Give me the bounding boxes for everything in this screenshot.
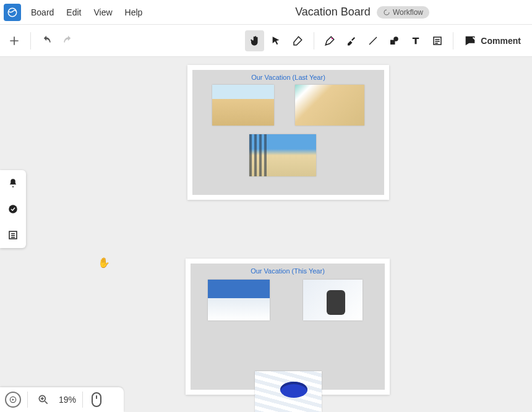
hand-cursor-icon: ✋ [98,257,110,268]
image-shoreline[interactable] [295,85,364,126]
text-tool[interactable] [406,30,426,51]
workflow-label: Workflow [393,8,423,17]
text-icon [410,35,421,46]
menu-help[interactable]: Help [119,7,149,17]
app-logo[interactable] [4,4,21,21]
zoom-in-button[interactable] [34,390,53,409]
frame-this-year[interactable]: Our Vacation (This Year) [186,259,390,395]
list-icon [7,230,19,241]
toolbar-separator [30,32,31,49]
frame-title: Our Vacation (This Year) [191,267,385,275]
menu-board[interactable]: Board [25,7,60,17]
eraser-icon [292,35,303,46]
menu-edit[interactable]: Edit [60,7,87,17]
redo-icon [62,35,74,47]
undo-icon [40,35,53,47]
compass-icon [9,395,17,404]
statusbar-separator [82,392,83,408]
menu-view[interactable]: View [87,7,118,17]
minimap-button[interactable] [5,392,21,408]
svg-point-5 [9,205,17,213]
shape-icon [388,35,400,46]
pen-icon [324,35,335,46]
workflow-icon [383,9,390,16]
tasks-tab[interactable] [5,201,21,217]
select-tool[interactable] [267,30,286,51]
redo-button[interactable] [59,30,78,51]
image-snowboarder[interactable] [303,280,363,320]
pointer-icon [271,36,281,46]
check-circle-icon [7,204,19,215]
scroll-mode-button[interactable] [92,392,101,407]
note-tool[interactable] [428,30,447,51]
side-panel [0,170,26,248]
comment-icon [463,34,477,48]
image-beach-chair[interactable] [212,85,274,126]
add-button[interactable] [5,30,24,51]
board-title: Vacation Board [295,6,371,19]
image-beach-fence[interactable] [249,134,316,176]
highlighter-tool[interactable] [341,30,361,51]
undo-button[interactable] [37,30,56,51]
image-ski-goggles[interactable] [255,371,322,412]
canvas[interactable]: Our Vacation (Last Year) Our Vacation (T… [0,57,532,412]
line-icon [367,35,379,46]
workflow-badge[interactable]: Workflow [377,6,429,19]
zoom-in-icon [37,393,49,406]
toolbar-separator [453,32,453,49]
toolbar-separator [314,32,314,49]
app-icon [7,7,18,18]
hand-icon [249,35,260,46]
zoom-level[interactable]: 19% [59,395,76,405]
outline-tab[interactable] [5,227,21,243]
image-mountains[interactable] [208,280,270,320]
frame-inner: Our Vacation (Last Year) [192,70,384,195]
pen-tool[interactable] [320,30,340,51]
note-icon [432,35,443,46]
eraser-tool[interactable] [288,30,307,51]
hand-tool[interactable] [245,30,264,51]
frame-inner: Our Vacation (This Year) [191,264,385,390]
comment-label: Comment [481,36,521,46]
shape-tool[interactable] [385,30,404,51]
line-tool[interactable] [363,30,382,51]
statusbar-separator [27,392,28,408]
svg-point-3 [394,36,399,41]
frame-title: Our Vacation (Last Year) [192,74,384,81]
bell-icon [7,178,19,189]
plus-icon [8,35,20,47]
highlighter-icon [346,35,357,46]
status-bar: 19% [0,387,124,412]
svg-point-1 [332,38,333,39]
comment-button[interactable]: Comment [460,34,525,48]
frame-last-year[interactable]: Our Vacation (Last Year) [187,65,389,200]
notifications-tab[interactable] [5,175,21,191]
